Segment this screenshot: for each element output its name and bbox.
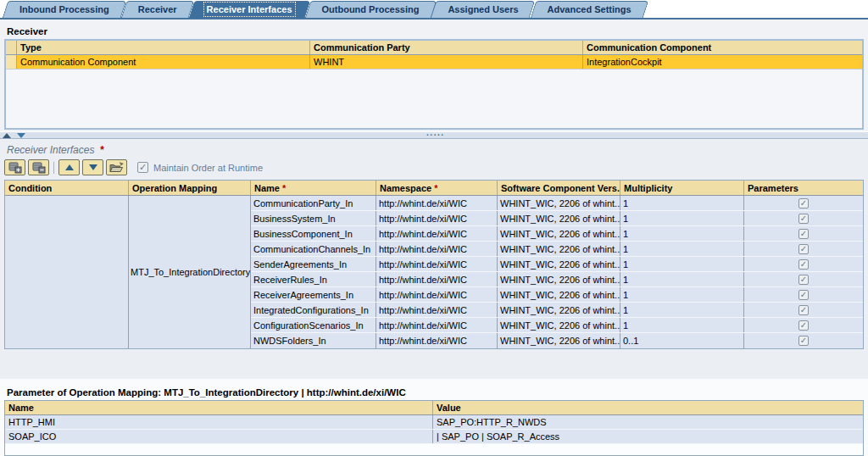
interface-multiplicity-cell[interactable]: 1 xyxy=(620,272,744,286)
maintain-order-label: Maintain Order at Runtime xyxy=(153,163,263,173)
column-header-namespace: Namespace* xyxy=(376,181,498,195)
parameter-row[interactable]: SOAP_ICO | SAP_PO | SOAP_R_Access xyxy=(5,430,863,444)
interface-row[interactable]: ConfigurationScenarios_In http://whint.d… xyxy=(251,318,863,333)
section-splitter[interactable]: ····· xyxy=(0,131,868,139)
receiver-row-selected[interactable]: Communication Component WHINT Integratio… xyxy=(6,55,862,70)
interface-row[interactable]: ReceiverAgreements_In http://whint.de/xi… xyxy=(251,287,863,303)
interface-scv-cell[interactable]: WHINT_WIC, 2206 of whint... xyxy=(498,226,620,241)
operation-mapping-merged-cell[interactable]: MTJ_To_IntegrationDirectory xyxy=(129,196,251,348)
interface-namespace-cell[interactable]: http://whint.de/xi/WIC xyxy=(376,318,498,332)
interface-scv-cell[interactable]: WHINT_WIC, 2206 of whint... xyxy=(498,287,620,302)
interface-name-cell[interactable]: ConfigurationScenarios_In xyxy=(251,318,376,332)
interface-namespace-cell[interactable]: http://whint.de/xi/WIC xyxy=(376,287,498,302)
interface-multiplicity-cell[interactable]: 1 xyxy=(620,287,744,302)
move-up-button[interactable] xyxy=(58,159,80,175)
interface-scv-cell[interactable]: WHINT_WIC, 2206 of whint... xyxy=(498,303,620,317)
interface-parameters-cell: ✓ xyxy=(744,226,863,241)
interface-name-cell[interactable]: SenderAgreements_In xyxy=(251,257,376,271)
splitter-drag-handle[interactable]: ····· xyxy=(426,131,445,140)
interface-multiplicity-cell[interactable]: 1 xyxy=(620,226,744,241)
interface-scv-cell[interactable]: WHINT_WIC, 2206 of whint... xyxy=(498,333,620,348)
interface-namespace-cell[interactable]: http://whint.de/xi/WIC xyxy=(376,211,498,225)
interface-name-cell[interactable]: NWDSFolders_In xyxy=(251,333,376,348)
interface-scv-cell[interactable]: WHINT_WIC, 2206 of whint... xyxy=(498,257,620,271)
parameters-checkbox[interactable]: ✓ xyxy=(798,336,809,346)
column-header-parameter-value: Value xyxy=(433,401,863,414)
interface-scv-cell[interactable]: WHINT_WIC, 2206 of whint... xyxy=(498,272,620,286)
interface-row[interactable]: BusinessComponent_In http://whint.de/xi/… xyxy=(251,226,863,242)
condition-merged-cell[interactable] xyxy=(5,196,129,348)
interface-row[interactable]: CommunicationChannels_In http://whint.de… xyxy=(251,242,863,257)
interface-multiplicity-cell[interactable]: 1 xyxy=(620,211,744,225)
parameters-checkbox[interactable]: ✓ xyxy=(798,305,809,315)
interface-row[interactable]: ReceiverRules_In http://whint.de/xi/WIC … xyxy=(251,272,863,287)
interface-namespace-cell[interactable]: http://whint.de/xi/WIC xyxy=(376,303,498,317)
interface-multiplicity-cell[interactable]: 1 xyxy=(620,242,744,256)
parameter-value-cell[interactable]: SAP_PO:HTTP_R_NWDS xyxy=(433,415,863,429)
interface-namespace-cell[interactable]: http://whint.de/xi/WIC xyxy=(376,196,498,210)
receiver-type-cell[interactable]: Communication Component xyxy=(17,55,310,69)
interface-multiplicity-cell[interactable]: 1 xyxy=(620,318,744,332)
parameters-checkbox[interactable]: ✓ xyxy=(798,259,809,270)
interface-multiplicity-cell[interactable]: 0..1 xyxy=(620,333,744,348)
open-operation-mapping-button[interactable] xyxy=(106,159,127,175)
maintain-order-checkbox[interactable]: ✓ xyxy=(137,162,148,173)
column-header-parameters: Parameters xyxy=(744,181,863,195)
interface-namespace-cell[interactable]: http://whint.de/xi/WIC xyxy=(376,242,498,256)
interface-scv-cell[interactable]: WHINT_WIC, 2206 of whint... xyxy=(498,242,620,256)
parameters-checkbox[interactable]: ✓ xyxy=(798,214,809,224)
interface-parameters-cell: ✓ xyxy=(744,211,863,225)
parameter-row[interactable]: HTTP_HMI SAP_PO:HTTP_R_NWDS xyxy=(5,415,863,430)
interface-row[interactable]: NWDSFolders_In http://whint.de/xi/WIC WH… xyxy=(251,333,863,348)
interface-scv-cell[interactable]: WHINT_WIC, 2206 of whint... xyxy=(498,211,620,225)
interface-row[interactable]: IntegratedConfigurations_In http://whint… xyxy=(251,303,863,318)
tab-strip-underline xyxy=(0,18,868,19)
tab-advanced-settings[interactable]: Advanced Settings xyxy=(533,1,646,18)
interface-row[interactable]: BusinessSystem_In http://whint.de/xi/WIC… xyxy=(251,211,863,226)
interface-namespace-cell[interactable]: http://whint.de/xi/WIC xyxy=(376,333,498,348)
tab-strip: Inbound Processing Receiver Receiver Int… xyxy=(0,0,868,19)
parameters-checkbox[interactable]: ✓ xyxy=(798,320,809,331)
tab-inbound-processing[interactable]: Inbound Processing xyxy=(5,1,124,18)
tab-receiver[interactable]: Receiver xyxy=(124,1,192,18)
interface-row[interactable]: SenderAgreements_In http://whint.de/xi/W… xyxy=(251,257,863,272)
move-down-button[interactable] xyxy=(82,159,103,175)
interface-name-cell[interactable]: CommunicationChannels_In xyxy=(251,242,376,256)
tab-assigned-users[interactable]: Assigned Users xyxy=(433,1,532,18)
parameters-checkbox[interactable]: ✓ xyxy=(798,290,809,300)
parameter-name-cell[interactable]: HTTP_HMI xyxy=(5,415,433,429)
parameters-checkbox[interactable]: ✓ xyxy=(798,229,809,239)
interface-row[interactable]: CommunicationParty_In http://whint.de/xi… xyxy=(251,196,863,211)
collapse-up-icon[interactable] xyxy=(3,133,11,138)
interface-name-cell[interactable]: ReceiverAgreements_In xyxy=(251,287,376,302)
interface-namespace-cell[interactable]: http://whint.de/xi/WIC xyxy=(376,226,498,241)
parameters-checkbox[interactable]: ✓ xyxy=(798,275,809,285)
receiver-party-cell[interactable]: WHINT xyxy=(310,55,583,69)
tab-outbound-processing[interactable]: Outbound Processing xyxy=(308,1,434,18)
interface-scv-cell[interactable]: WHINT_WIC, 2206 of whint... xyxy=(498,196,620,210)
interface-name-cell[interactable]: ReceiverRules_In xyxy=(251,272,376,286)
parameters-checkbox[interactable]: ✓ xyxy=(798,244,809,254)
interface-multiplicity-cell[interactable]: 1 xyxy=(620,196,744,210)
interface-scv-cell[interactable]: WHINT_WIC, 2206 of whint... xyxy=(498,318,620,332)
interface-multiplicity-cell[interactable]: 1 xyxy=(620,303,744,317)
expand-down-icon[interactable] xyxy=(17,133,25,138)
parameters-checkbox[interactable]: ✓ xyxy=(798,198,809,209)
open-folder-icon xyxy=(109,162,124,174)
interface-namespace-cell[interactable]: http://whint.de/xi/WIC xyxy=(376,272,498,286)
tab-receiver-interfaces[interactable]: Receiver Interfaces xyxy=(192,1,308,18)
parameter-value-cell[interactable]: | SAP_PO | SOAP_R_Access xyxy=(433,430,863,443)
row-selector-cell[interactable] xyxy=(6,55,17,69)
delete-row-icon xyxy=(32,162,46,174)
parameter-name-cell[interactable]: SOAP_ICO xyxy=(5,430,433,443)
interface-name-cell[interactable]: CommunicationParty_In xyxy=(251,196,376,210)
interface-namespace-cell[interactable]: http://whint.de/xi/WIC xyxy=(376,257,498,271)
interface-name-cell[interactable]: BusinessSystem_In xyxy=(251,211,376,225)
interface-name-cell[interactable]: BusinessComponent_In xyxy=(251,226,376,241)
interface-name-cell[interactable]: IntegratedConfigurations_In xyxy=(251,303,376,317)
receiver-component-cell[interactable]: IntegrationCockpit xyxy=(583,55,862,69)
insert-row-button[interactable] xyxy=(4,159,25,175)
interface-parameters-cell: ✓ xyxy=(744,242,863,256)
interface-multiplicity-cell[interactable]: 1 xyxy=(620,257,744,271)
delete-row-button[interactable] xyxy=(28,159,49,175)
